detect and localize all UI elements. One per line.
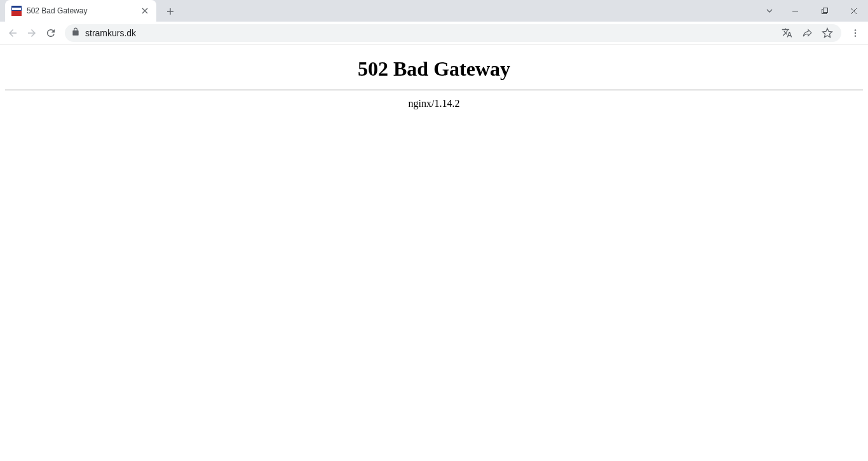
tab-strip: 502 Bad Gateway <box>0 0 868 22</box>
svg-rect-2 <box>12 8 21 10</box>
translate-icon[interactable] <box>779 25 794 41</box>
browser-tab[interactable]: 502 Bad Gateway <box>5 0 156 22</box>
bookmark-star-icon[interactable] <box>820 25 835 41</box>
back-button[interactable] <box>4 24 22 42</box>
favicon-icon <box>11 6 22 16</box>
svg-rect-1 <box>11 11 22 16</box>
divider <box>5 90 863 90</box>
close-window-button[interactable] <box>839 1 868 20</box>
browser-menu-button[interactable] <box>846 24 864 42</box>
forward-button[interactable] <box>23 24 41 42</box>
svg-point-5 <box>855 29 856 31</box>
window-controls <box>759 0 868 22</box>
new-tab-button[interactable] <box>161 3 179 20</box>
address-bar[interactable] <box>65 24 841 42</box>
url-input[interactable] <box>85 28 774 38</box>
share-icon[interactable] <box>799 25 815 41</box>
error-heading: 502 Bad Gateway <box>5 57 863 81</box>
server-version: nginx/1.14.2 <box>5 98 863 109</box>
lock-icon <box>71 27 80 39</box>
svg-point-7 <box>855 35 856 36</box>
svg-point-6 <box>855 32 856 33</box>
tab-close-button[interactable] <box>140 6 150 16</box>
tab-title: 502 Bad Gateway <box>27 6 135 15</box>
tab-search-button[interactable] <box>759 1 780 20</box>
browser-toolbar <box>0 22 868 45</box>
reload-button[interactable] <box>42 24 60 42</box>
page-content: 502 Bad Gateway nginx/1.14.2 <box>0 45 868 114</box>
svg-rect-4 <box>823 8 827 12</box>
maximize-button[interactable] <box>810 1 839 20</box>
minimize-button[interactable] <box>780 1 810 20</box>
